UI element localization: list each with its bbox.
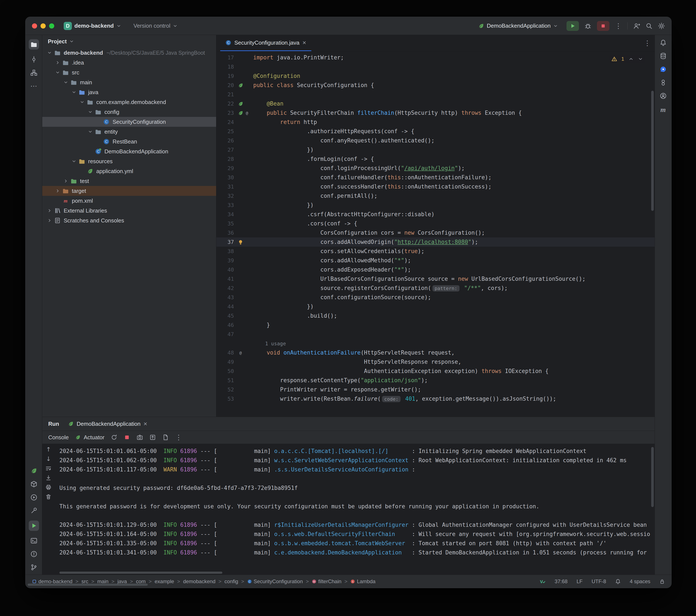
search-button[interactable] bbox=[646, 22, 652, 29]
code-line[interactable]: 49 HttpServletResponse response, bbox=[216, 357, 654, 367]
code-line[interactable]: 32 conf.permitAll(); bbox=[216, 191, 654, 201]
project-panel-header[interactable]: Project bbox=[42, 35, 216, 48]
tree-item-idea[interactable]: .idea bbox=[42, 58, 216, 67]
tree-item-pom-xml[interactable]: mpom.xml bbox=[42, 196, 216, 206]
chevron-right-icon[interactable] bbox=[62, 179, 70, 183]
close-tab-icon[interactable]: × bbox=[303, 40, 306, 46]
code-line[interactable]: 41 UrlBasedCorsConfigurationSource sourc… bbox=[216, 274, 654, 283]
code-line[interactable]: 38 cors.setAllowCredentials(true); bbox=[216, 247, 654, 256]
tree-item-src[interactable]: src bbox=[42, 67, 216, 77]
chevron-right-icon[interactable] bbox=[46, 218, 53, 223]
clear-console-button[interactable] bbox=[45, 494, 51, 500]
console-vscrollbar[interactable] bbox=[651, 447, 654, 507]
code-line[interactable]: 44 }) bbox=[216, 302, 654, 311]
chevron-down-icon[interactable] bbox=[46, 50, 53, 55]
code-line[interactable]: 21 bbox=[216, 90, 654, 99]
print-button[interactable] bbox=[45, 484, 51, 490]
tree-item-scratches-and-consoles[interactable]: Scratches and Consoles bbox=[42, 216, 216, 226]
minimize-button[interactable] bbox=[41, 24, 46, 29]
chevron-right-icon[interactable] bbox=[54, 188, 62, 193]
code-line[interactable]: 17import java.io.PrintWriter; bbox=[216, 53, 654, 62]
code-line[interactable]: 18 bbox=[216, 62, 654, 72]
database-tool-button[interactable] bbox=[660, 52, 667, 59]
code-line[interactable]: 42 source.registerCorsConfiguration(patt… bbox=[216, 283, 654, 293]
usage-hint-line[interactable]: 1 usage bbox=[216, 339, 654, 348]
code-line[interactable]: 30 conf.failureHandler(this::onAuthentic… bbox=[216, 173, 654, 182]
code-editor[interactable]: 17import java.io.PrintWriter;1819@Config… bbox=[216, 51, 654, 417]
editor-vscrollbar[interactable] bbox=[651, 91, 654, 211]
code-line[interactable]: 34 .csrf(AbstractHttpConfigurer::disable… bbox=[216, 210, 654, 219]
more-tools-button[interactable]: ⋯ bbox=[30, 82, 37, 90]
chevron-down-icon[interactable] bbox=[78, 100, 86, 105]
maven-tool-button[interactable]: m bbox=[660, 106, 666, 114]
tree-item-demo-backend[interactable]: demo-backend~/Desktop/CS/JavaEE/5 Java S… bbox=[42, 48, 216, 58]
ai-assistant-button[interactable] bbox=[660, 66, 667, 73]
terminal-tool-button[interactable] bbox=[30, 537, 37, 544]
more-actions-button[interactable]: ⋮ bbox=[615, 22, 622, 29]
editor-tab-securityconfiguration[interactable]: C SecurityConfiguration.java × bbox=[220, 35, 311, 51]
settings-button[interactable] bbox=[658, 22, 665, 29]
code-line[interactable]: 36 CorsConfiguration cors = new CorsConf… bbox=[216, 228, 654, 237]
bulb-icon[interactable] bbox=[238, 240, 243, 245]
tree-item-securityconfiguration[interactable]: CSecurityConfiguration bbox=[42, 117, 216, 127]
tree-item-config[interactable]: config bbox=[42, 107, 216, 117]
code-line[interactable]: 45 .build(); bbox=[216, 311, 654, 321]
code-line[interactable]: 51 response.setContentType("application/… bbox=[216, 376, 654, 385]
project-tree-hscrollbar[interactable] bbox=[26, 584, 671, 586]
chevron-down-icon[interactable] bbox=[86, 110, 94, 114]
tree-item-demobackendapplication[interactable]: CDemoBackendApplication bbox=[42, 147, 216, 156]
code-line[interactable]: 24 return http bbox=[216, 118, 654, 127]
run-button[interactable] bbox=[567, 21, 579, 31]
add-user-button[interactable] bbox=[633, 22, 640, 29]
code-line[interactable]: 25 .authorizeHttpRequests(conf -> { bbox=[216, 127, 654, 136]
scroll-to-end-button[interactable] bbox=[45, 475, 51, 481]
inspection-widget[interactable]: 1 bbox=[610, 55, 645, 63]
code-line[interactable]: 35 .cors(conf -> { bbox=[216, 219, 654, 228]
tree-item-target[interactable]: target bbox=[42, 186, 216, 196]
code-line[interactable]: 40 cors.addExposedHeader("*"); bbox=[216, 265, 654, 274]
code-line[interactable]: 53 writer.write(RestBean.failure(code: 4… bbox=[216, 394, 654, 403]
code-line[interactable]: 50 AuthenticationException exception) th… bbox=[216, 367, 654, 376]
console-hscrollbar[interactable] bbox=[42, 570, 654, 575]
project-selector[interactable]: D demo-backend bbox=[61, 20, 124, 32]
code-line[interactable]: 28 .formLogin(conf -> { bbox=[216, 154, 654, 164]
rerun-button[interactable] bbox=[111, 434, 117, 441]
editor-options-button[interactable]: ⋮ bbox=[644, 40, 651, 47]
tree-item-java[interactable]: java bbox=[42, 87, 216, 97]
git-tool-button[interactable] bbox=[30, 564, 37, 571]
code-line[interactable]: 37 cors.addAllowedOrigin("http://localho… bbox=[216, 237, 654, 247]
problems-tool-button[interactable] bbox=[30, 551, 37, 557]
chevron-down-icon[interactable] bbox=[70, 90, 78, 95]
close-tab-icon[interactable]: × bbox=[143, 421, 147, 427]
code-line[interactable]: 22 @Bean bbox=[216, 99, 654, 108]
structure-tool-button[interactable] bbox=[30, 69, 37, 76]
chevron-down-icon[interactable] bbox=[638, 57, 643, 62]
code-line[interactable]: 52 PrintWriter writer = response.getWrit… bbox=[216, 385, 654, 394]
actuator-tab[interactable]: Actuator bbox=[75, 434, 105, 441]
dump-button[interactable] bbox=[162, 434, 169, 441]
code-line[interactable]: 46 } bbox=[216, 321, 654, 330]
tree-item-application-yml[interactable]: application.yml bbox=[42, 166, 216, 176]
run-anything-button[interactable] bbox=[30, 494, 37, 501]
code-line[interactable]: 48@ void onAuthenticationFailure(HttpSer… bbox=[216, 348, 654, 357]
tree-item-entity[interactable]: entity bbox=[42, 127, 216, 137]
lock-icon[interactable] bbox=[659, 579, 665, 584]
stop-button[interactable] bbox=[597, 21, 610, 31]
beans-tool-button[interactable] bbox=[660, 79, 667, 86]
code-line[interactable]: 19@Configuration bbox=[216, 72, 654, 81]
code-line[interactable]: 27 }) bbox=[216, 145, 654, 154]
tree-item-external-libraries[interactable]: External Libraries bbox=[42, 206, 216, 216]
tree-item-restbean[interactable]: CRestBean bbox=[42, 137, 216, 147]
code-line[interactable]: 20public class SecurityConfiguration { bbox=[216, 81, 654, 90]
chevron-right-icon[interactable] bbox=[54, 60, 62, 65]
down-stacktrace-button[interactable]: ↓ bbox=[46, 456, 51, 462]
notifications-button[interactable] bbox=[660, 39, 667, 46]
chevron-up-icon[interactable] bbox=[629, 57, 634, 62]
code-line[interactable]: 33 }) bbox=[216, 201, 654, 210]
console-output[interactable]: 2024-06-15T15:01:01.061-05:00 INFO 61896… bbox=[55, 444, 654, 570]
tree-item-test[interactable]: test bbox=[42, 176, 216, 186]
services-tool-button[interactable] bbox=[30, 481, 37, 488]
run-config-selector[interactable]: DemoBackendApplication bbox=[475, 21, 561, 31]
run-tab-demobackendapplication[interactable]: DemoBackendApplication × bbox=[68, 421, 147, 427]
soft-wrap-button[interactable] bbox=[45, 465, 51, 472]
